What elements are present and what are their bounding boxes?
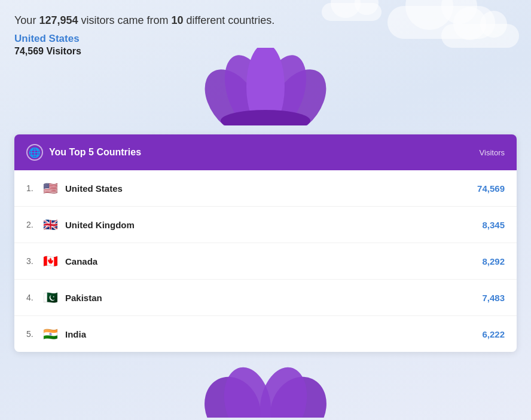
- country-name-1: United States: [65, 183, 477, 194]
- visitor-count-1: 74,569: [477, 183, 505, 194]
- row-rank-3: 3.: [26, 256, 43, 266]
- globe-icon: 🌐: [26, 144, 43, 161]
- table-row[interactable]: 3. 🇨🇦 Canada 8,292: [14, 243, 517, 280]
- visitor-count-2: 8,345: [482, 220, 505, 230]
- visitor-count-3: 8,292: [482, 256, 505, 266]
- card-body: 1. 🇺🇸 United States 74,569 2. 🇬🇧 United …: [14, 170, 517, 352]
- country-name-3: Canada: [65, 256, 482, 266]
- flag-1: 🇺🇸: [43, 181, 58, 195]
- table-row[interactable]: 2. 🇬🇧 United Kingdom 8,345: [14, 207, 517, 243]
- row-rank-2: 2.: [26, 220, 43, 229]
- visitor-count-4: 7,483: [482, 293, 505, 303]
- visitors-widget: Your 127,954 visitors came from 10 diffe…: [0, 0, 531, 420]
- table-row[interactable]: 5. 🇮🇳 India 6,222: [14, 316, 517, 352]
- selected-country-link[interactable]: United States: [14, 33, 517, 45]
- lotus-decoration-bottom: [188, 364, 343, 420]
- total-visitors: 127,954: [39, 14, 78, 26]
- card-title: You Top 5 Countries: [49, 147, 141, 158]
- country-name-2: United Kingdom: [65, 220, 482, 230]
- flag-5: 🇮🇳: [43, 327, 58, 341]
- top-countries-card: 🌐 You Top 5 Countries Visitors 1. 🇺🇸 Uni…: [14, 134, 517, 352]
- lotus-decoration-top: [200, 48, 331, 128]
- visitors-column-label: Visitors: [480, 148, 505, 157]
- selected-visitors: 74,569 Visitors: [14, 46, 517, 57]
- visitor-count-5: 6,222: [482, 329, 505, 339]
- card-header: 🌐 You Top 5 Countries Visitors: [14, 134, 517, 170]
- flag-3: 🇨🇦: [43, 254, 58, 268]
- country-name-5: India: [65, 329, 482, 339]
- headline-text: Your 127,954 visitors came from 10 diffe…: [14, 14, 517, 27]
- row-rank-4: 4.: [26, 293, 43, 302]
- table-row[interactable]: 1. 🇺🇸 United States 74,569: [14, 170, 517, 207]
- flag-2: 🇬🇧: [43, 217, 58, 232]
- card-header-left: 🌐 You Top 5 Countries: [26, 144, 141, 161]
- country-name-4: Pakistan: [65, 293, 482, 303]
- table-row[interactable]: 4. 🇵🇰 Pakistan 7,483: [14, 280, 517, 316]
- row-rank-1: 1.: [26, 183, 43, 193]
- countries-count: 10: [171, 14, 183, 26]
- row-rank-5: 5.: [26, 329, 43, 339]
- flag-4: 🇵🇰: [43, 290, 58, 305]
